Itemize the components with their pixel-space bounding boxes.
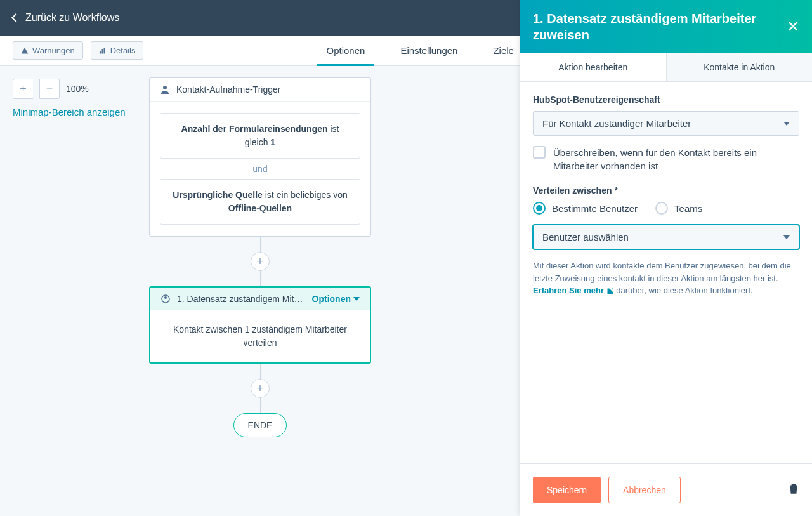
connector-line [260,271,261,286]
add-step-button[interactable]: + [251,379,270,398]
zoom-in-button[interactable]: + [13,79,33,99]
tab-options[interactable]: Optionen [308,36,383,65]
save-button[interactable]: Speichern [533,477,601,503]
assign-icon [160,294,171,304]
workflow-canvas[interactable]: + − 100% Minimap-Bereich anzeigen Kontak… [0,66,520,516]
trigger-condition-1: Anzahl der Formulareinsendungen ist glei… [160,113,360,159]
trigger-condition-2: Ursprüngliche Quelle ist ein beliebiges … [160,179,360,225]
connector-line [260,364,261,379]
panel-title: 1. Datensatz zuständigem Mitarbeiter zuw… [533,10,787,43]
trash-icon [788,482,799,495]
zoom-out-button[interactable]: − [39,79,60,99]
panel-tab-contacts[interactable]: Kontakte in Aktion [666,53,813,81]
radio-input[interactable] [655,202,668,215]
chevron-down-icon [783,122,790,126]
chevron-down-icon [353,297,360,301]
chevron-down-icon [783,235,790,239]
panel-tab-edit[interactable]: Aktion bearbeiten [520,53,666,81]
distribute-label: Verteilen zwischen * [533,185,799,195]
action-edit-panel: 1. Datensatz zuständigem Mitarbeiter zuw… [520,0,812,516]
connector-line [260,237,261,252]
tab-settings[interactable]: Einstellungen [383,36,475,65]
cancel-button[interactable]: Abbrechen [608,477,681,503]
delete-button[interactable] [788,482,799,498]
action-body-text: Kontakt zwischen 1 zuständigem Mitarbeit… [150,310,370,362]
info-text: Mit dieser Aktion wird kontakte dem Benu… [533,260,799,297]
action-node[interactable]: 1. Datensatz zuständigem Mit… Optionen K… [149,286,371,364]
external-link-icon [606,288,614,295]
add-step-button[interactable]: + [251,252,270,271]
property-select[interactable]: Für Kontakt zuständiger Mitarbeiter [533,111,799,136]
svg-point-2 [164,296,167,299]
zoom-level: 100% [66,84,89,94]
warning-icon [21,47,29,55]
user-select[interactable]: Benutzer auswählen [533,225,799,249]
condition-and-label: und [160,159,360,179]
details-button[interactable]: Details [91,41,144,60]
warnings-button[interactable]: Warnungen [13,41,83,60]
overwrite-label: Überschreiben, wenn für den Kontakt bere… [553,146,799,173]
radio-specific-users[interactable]: Bestimmte Benutzer [533,202,638,215]
chevron-left-icon [11,13,20,22]
end-node: ENDE [233,413,287,437]
back-label: Zurück zu Workflows [25,12,119,23]
radio-input[interactable] [533,202,546,215]
close-panel-button[interactable]: ✕ [787,18,799,36]
learn-more-link[interactable]: Erfahren Sie mehr [533,286,616,295]
radio-teams[interactable]: Teams [655,202,702,215]
property-label: HubSpot-Benutzereigenschaft [533,95,799,105]
connector-line [260,398,261,413]
chart-icon [99,47,107,55]
svg-point-0 [163,86,167,89]
overwrite-checkbox[interactable] [533,146,546,159]
action-options-dropdown[interactable]: Optionen [312,294,360,304]
person-icon [160,84,170,95]
trigger-node[interactable]: Kontakt-Aufnahme-Trigger Anzahl der Form… [149,77,371,237]
back-to-workflows-link[interactable]: Zurück zu Workflows [13,12,119,23]
